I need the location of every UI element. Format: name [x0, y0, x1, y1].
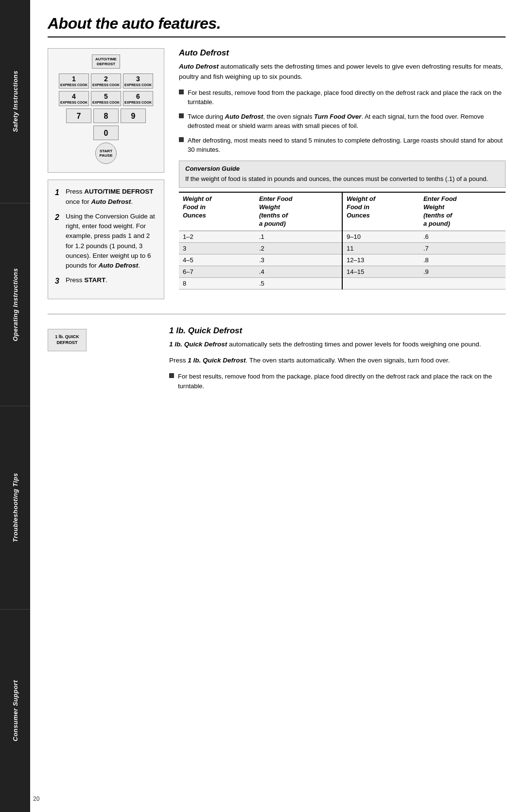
- top-section: AUTO/TIMEDEFROST 1 EXPRESS COOK 2 EXPRES…: [48, 48, 506, 299]
- key-6[interactable]: 6 EXPRESS COOK: [123, 91, 153, 106]
- key-1[interactable]: 1 EXPRESS COOK: [59, 73, 89, 89]
- quick-defrost-bullet-1: For best results, remove food from the p…: [169, 372, 506, 391]
- key-row-789: 7 8 9: [55, 108, 157, 123]
- step-2-text: Using the Conversion Guide at right, ent…: [66, 212, 157, 271]
- key-8[interactable]: 8: [93, 108, 119, 123]
- table-cell-ounces-left: 8: [179, 277, 255, 289]
- conversion-guide-box: Conversion Guide If the weight of food i…: [179, 161, 506, 188]
- table-cell-value-right: .9: [420, 266, 506, 277]
- step-2: 2 Using the Conversion Guide at right, e…: [55, 212, 157, 271]
- sidebar: Safety Instructions Operating Instructio…: [0, 0, 30, 812]
- step-3: 3 Press START.: [55, 275, 157, 287]
- auto-defrost-intro: Auto Defrost automatically sets the defr…: [179, 62, 506, 82]
- table-cell-value-right: .6: [420, 231, 506, 242]
- quick-defrost-title: 1 lb. Quick Defrost: [169, 326, 506, 336]
- sidebar-label-operating: Operating Instructions: [12, 268, 19, 341]
- table-cell-value-left: .3: [255, 254, 342, 266]
- col4-header: Enter FoodWeight(tenths ofa pound): [420, 192, 506, 231]
- title-divider: [48, 36, 506, 37]
- key-7[interactable]: 7: [66, 108, 91, 123]
- page-title: About the auto features.: [48, 15, 506, 33]
- table-cell-ounces-right: 14–15: [342, 266, 420, 277]
- step-3-num: 3: [55, 275, 63, 287]
- quick-bullet-square-1: [169, 373, 174, 378]
- table-cell-ounces-left: 4–5: [179, 254, 255, 266]
- table-cell-ounces-right: 9–10: [342, 231, 420, 242]
- key-5[interactable]: 5 EXPRESS COOK: [91, 91, 121, 106]
- bullet-3-text: After defrosting, most meats need to sta…: [188, 136, 506, 155]
- start-row: STARTPAUSE: [55, 143, 157, 164]
- bullet-3: After defrosting, most meats need to sta…: [179, 136, 506, 155]
- key-row-123: 1 EXPRESS COOK 2 EXPRESS COOK 3 EXPRESS …: [55, 73, 157, 89]
- quick-defrost-key[interactable]: 1 lb. QUICKDEFROST: [48, 329, 87, 351]
- step-2-num: 2: [55, 212, 63, 271]
- key-row-0: 0: [55, 126, 157, 140]
- key-9[interactable]: 9: [121, 108, 146, 123]
- bottom-section: 1 lb. QUICKDEFROST 1 lb. Quick Defrost 1…: [48, 326, 506, 397]
- table-cell-value-right: [420, 277, 506, 289]
- bullet-square-1: [179, 90, 184, 94]
- start-pause-button[interactable]: STARTPAUSE: [95, 143, 117, 164]
- quick-defrost-btn-area: 1 lb. QUICKDEFROST: [48, 326, 155, 397]
- keypad-panel: AUTO/TIMEDEFROST 1 EXPRESS COOK 2 EXPRES…: [48, 48, 164, 299]
- auto-defrost-bullets: For best results, remove food from the p…: [179, 88, 506, 155]
- bullet-2: Twice during Auto Defrost, the oven sign…: [179, 112, 506, 131]
- bullet-2-text: Twice during Auto Defrost, the oven sign…: [188, 112, 506, 131]
- quick-defrost-content: 1 lb. Quick Defrost 1 lb. Quick Defrost …: [169, 326, 506, 397]
- step-3-text: Press START.: [66, 275, 157, 287]
- step-1-text: Press AUTO/TIME DEFROST once for Auto De…: [66, 187, 157, 207]
- sidebar-section-operating: Operating Instructions: [0, 203, 30, 407]
- defrost-key-row: AUTO/TIMEDEFROST: [55, 54, 157, 71]
- sidebar-label-safety: Safety Instructions: [12, 71, 19, 132]
- conversion-guide-title: Conversion Guide: [185, 165, 499, 172]
- page-number: 20: [33, 795, 39, 802]
- table-cell-ounces-left: 6–7: [179, 266, 255, 277]
- table-cell-ounces-left: 1–2: [179, 231, 255, 242]
- key-3[interactable]: 3 EXPRESS COOK: [123, 73, 153, 89]
- table-cell-value-left: .4: [255, 266, 342, 277]
- quick-bullet-1-text: For best results, remove food from the p…: [178, 372, 506, 391]
- step-1-num: 1: [55, 187, 63, 207]
- step-1: 1 Press AUTO/TIME DEFROST once for Auto …: [55, 187, 157, 207]
- conversion-guide-text: If the weight of food is stated in pound…: [185, 174, 499, 184]
- main-content: About the auto features. AUTO/TIMEDEFROS…: [33, 0, 525, 411]
- table-cell-value-left: .1: [255, 231, 342, 242]
- quick-defrost-press-text: Press 1 lb. Quick Defrost. The oven star…: [169, 356, 506, 366]
- key-0[interactable]: 0: [93, 126, 119, 140]
- sidebar-section-troubleshooting: Troubleshooting Tips: [0, 406, 30, 610]
- quick-defrost-bullets: For best results, remove food from the p…: [169, 372, 506, 391]
- table-cell-ounces-left: 3: [179, 242, 255, 254]
- key-2[interactable]: 2 EXPRESS COOK: [91, 73, 121, 89]
- table-cell-value-right: .7: [420, 242, 506, 254]
- sidebar-label-troubleshooting: Troubleshooting Tips: [12, 473, 19, 542]
- col2-header: Enter FoodWeight(tenths ofa pound): [255, 192, 342, 231]
- auto-defrost-content: Auto Defrost Auto Defrost automatically …: [179, 48, 506, 299]
- table-cell-value-right: .8: [420, 254, 506, 266]
- col3-header: Weight ofFood inOunces: [342, 192, 420, 231]
- steps-box: 1 Press AUTO/TIME DEFROST once for Auto …: [48, 180, 164, 299]
- table-cell-value-left: .5: [255, 277, 342, 289]
- bullet-1: For best results, remove food from the p…: [179, 88, 506, 107]
- quick-defrost-intro: 1 lb. Quick Defrost automatically sets t…: [169, 340, 506, 350]
- auto-time-defrost-key[interactable]: AUTO/TIMEDEFROST: [92, 54, 120, 69]
- table-cell-ounces-right: 12–13: [342, 254, 420, 266]
- key-4[interactable]: 4 EXPRESS COOK: [59, 91, 89, 106]
- table-cell-value-left: .2: [255, 242, 342, 254]
- bullet-square-3: [179, 137, 184, 142]
- bullet-square-2: [179, 113, 184, 118]
- sidebar-section-safety: Safety Instructions: [0, 0, 30, 203]
- table-cell-ounces-right: 11: [342, 242, 420, 254]
- sidebar-section-consumer: Consumer Support: [0, 610, 30, 812]
- sidebar-label-consumer: Consumer Support: [12, 680, 19, 741]
- col1-header: Weight ofFood inOunces: [179, 192, 255, 231]
- bullet-1-text: For best results, remove food from the p…: [188, 88, 506, 107]
- auto-defrost-title: Auto Defrost: [179, 48, 506, 58]
- keypad-box: AUTO/TIMEDEFROST 1 EXPRESS COOK 2 EXPRES…: [48, 48, 164, 173]
- conversion-table: Weight ofFood inOunces Enter FoodWeight(…: [179, 192, 506, 289]
- key-row-456: 4 EXPRESS COOK 5 EXPRESS COOK 6 EXPRESS …: [55, 91, 157, 106]
- section-divider: [48, 314, 506, 314]
- table-cell-ounces-right: [342, 277, 420, 289]
